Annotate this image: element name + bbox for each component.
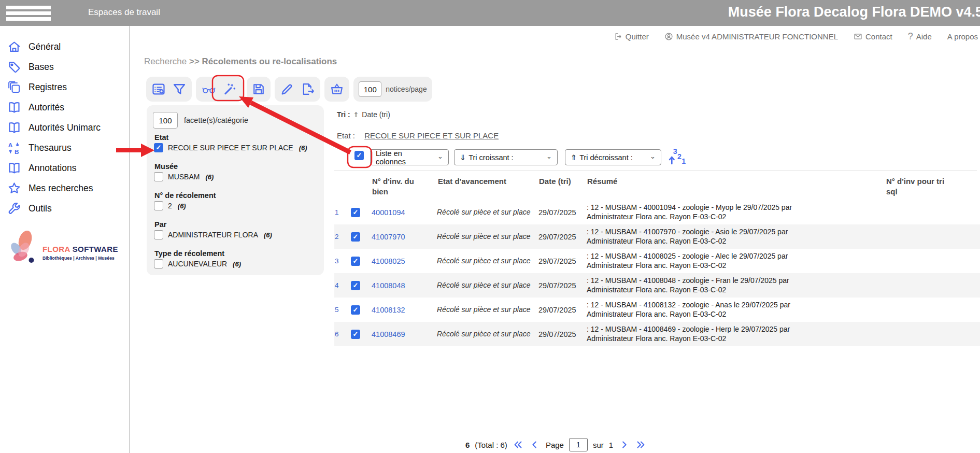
sort-ascending-select[interactable]: ⇓ Tri croissant : ⌄ bbox=[454, 149, 558, 165]
wrench-icon bbox=[7, 202, 21, 216]
sidebar-menu: Général Bases Registres Autorités Autori… bbox=[0, 37, 129, 219]
preview-glasses-button[interactable] bbox=[202, 82, 216, 96]
facet-checkbox-recole[interactable] bbox=[154, 143, 163, 152]
row-number-link[interactable]: 4 bbox=[335, 273, 343, 298]
svg-text:3: 3 bbox=[673, 147, 677, 155]
row-etat: Récolé sur pièce et sur place bbox=[437, 298, 534, 322]
row-resume: : 12 - MUSBAM - 41008025 - zoologie - Al… bbox=[587, 249, 815, 273]
facet-checkbox-musbam[interactable] bbox=[154, 172, 163, 181]
page-size-label: notices/page bbox=[386, 85, 427, 93]
row-number-link[interactable]: 6 bbox=[335, 322, 343, 346]
row-checkbox[interactable] bbox=[351, 257, 360, 266]
magic-wand-button[interactable] bbox=[222, 82, 237, 96]
table-row: 5 41008132 Récolé sur pièce et sur place… bbox=[334, 298, 980, 322]
export-button[interactable] bbox=[301, 82, 315, 96]
table-row: 1 40001094 Récolé sur pièce et sur place… bbox=[334, 200, 980, 224]
sort-up-arrow-icon: ⇑ bbox=[352, 111, 360, 119]
row-resume: : 12 - MUSBAM - 41008048 - zoologie - Fr… bbox=[587, 273, 815, 298]
sidebar-item-autorites[interactable]: Autorités bbox=[0, 97, 129, 118]
result-count: 6 bbox=[465, 441, 470, 449]
toolbar-group-pagesize: notices/page bbox=[353, 77, 432, 102]
brand-name: FLORA SOFTWARE bbox=[42, 245, 118, 253]
sidebar-item-registres[interactable]: Registres bbox=[0, 77, 129, 97]
first-page-icon[interactable] bbox=[513, 439, 524, 450]
facet-option-row: 2 (6) bbox=[154, 201, 186, 210]
facet-count-label: facette(s)/catégorie bbox=[184, 116, 248, 124]
about-link[interactable]: A propos bbox=[947, 32, 978, 41]
page-label: Page bbox=[546, 441, 564, 449]
facet-checkbox-2[interactable] bbox=[154, 201, 163, 210]
svg-text:1: 1 bbox=[681, 157, 686, 165]
last-page-icon[interactable] bbox=[635, 439, 646, 450]
page-size-input[interactable] bbox=[359, 81, 381, 97]
sort-descending-select[interactable]: ⇑ Tri décroissant : ⌄ bbox=[565, 149, 661, 165]
results-panel: Tri : ⇑ Date (tri) Etat : RECOLE SUR PIE… bbox=[332, 105, 980, 453]
sort-alpha-icon: AB bbox=[7, 141, 21, 155]
breadcrumb-separator: >> bbox=[189, 56, 200, 66]
numeric-sort-icon[interactable]: 321 bbox=[667, 147, 687, 167]
total-pages: 1 bbox=[609, 441, 613, 449]
facet-count-input[interactable] bbox=[153, 112, 178, 129]
help-link[interactable]: ? Aide bbox=[908, 31, 932, 42]
row-etat: Récolé sur pièce et sur place bbox=[437, 200, 534, 224]
column-header-inv-sql: N° d'inv pour tri sql bbox=[886, 176, 948, 196]
row-number-link[interactable]: 3 bbox=[335, 249, 343, 273]
sidebar-item-autorites-unimarc[interactable]: Autorités Unimarc bbox=[0, 118, 129, 138]
sidebar-item-outils[interactable]: Outils bbox=[0, 199, 129, 219]
user-account-link[interactable]: Musée v4 ADMINISTRATEUR FONCTIONNEL bbox=[664, 32, 838, 41]
sidebar-item-bases[interactable]: Bases bbox=[0, 57, 129, 77]
facet-checkbox-administrateur[interactable] bbox=[154, 230, 163, 239]
inventory-number-link[interactable]: 41008048 bbox=[372, 273, 429, 298]
user-icon bbox=[664, 32, 673, 41]
row-resume: : 12 - MUSBAM - 41008132 - zoologie - An… bbox=[587, 298, 815, 322]
row-number-link[interactable]: 1 bbox=[335, 200, 343, 224]
filter-button[interactable] bbox=[172, 82, 187, 96]
question-mark-icon: ? bbox=[908, 31, 913, 42]
view-mode-select[interactable]: Liste en colonnes ⌄ bbox=[370, 149, 449, 165]
sidebar: Général Bases Registres Autorités Autori… bbox=[0, 26, 130, 453]
row-checkbox[interactable] bbox=[351, 330, 360, 339]
inventory-number-link[interactable]: 41008025 bbox=[372, 249, 429, 273]
sidebar-item-annotations[interactable]: Annotations bbox=[0, 158, 129, 178]
page-number-input[interactable] bbox=[569, 438, 588, 451]
next-page-icon[interactable] bbox=[618, 439, 630, 450]
row-checkbox[interactable] bbox=[351, 305, 360, 315]
row-checkbox[interactable] bbox=[351, 232, 360, 242]
active-filter-value-link[interactable]: RECOLE SUR PIECE ET SUR PLACE bbox=[364, 131, 499, 140]
top-bar: Espaces de travail Musée Flora Decalog F… bbox=[0, 0, 980, 26]
row-checkbox[interactable] bbox=[351, 281, 360, 290]
inventory-number-link[interactable]: 41008132 bbox=[372, 298, 429, 322]
facet-checkbox-aucunevaleur[interactable] bbox=[154, 259, 163, 268]
row-number-link[interactable]: 5 bbox=[335, 298, 343, 322]
row-etat: Récolé sur pièce et sur place bbox=[437, 224, 534, 249]
list-view-button[interactable] bbox=[151, 82, 166, 96]
column-header-resume: Résumé bbox=[587, 176, 691, 187]
save-button[interactable] bbox=[251, 82, 266, 96]
basket-button[interactable] bbox=[330, 82, 344, 96]
app-title: Musée Flora Decalog Flora DEMO v4.5 bbox=[728, 4, 980, 20]
inventory-number-link[interactable]: 40001094 bbox=[372, 200, 429, 224]
table-row: 2 41007970 Récolé sur pièce et sur place… bbox=[334, 224, 980, 249]
contact-link[interactable]: Contact bbox=[854, 32, 892, 41]
sidebar-item-thesaurus[interactable]: AB Thesaurus bbox=[0, 138, 129, 158]
row-checkbox[interactable] bbox=[351, 208, 360, 217]
svg-text:B: B bbox=[15, 148, 19, 155]
inventory-number-link[interactable]: 41008469 bbox=[372, 322, 429, 346]
facet-group-title-musee: Musée bbox=[154, 162, 178, 171]
hamburger-menu-icon[interactable] bbox=[6, 6, 51, 21]
facet-option-row: MUSBAM (6) bbox=[154, 172, 214, 181]
previous-page-icon[interactable] bbox=[529, 439, 541, 450]
inventory-number-link[interactable]: 41007970 bbox=[372, 224, 429, 249]
brand-tagline: Bibliothèques | Archives | Musées bbox=[42, 256, 118, 261]
sidebar-item-mes-recherches[interactable]: Mes recherches bbox=[0, 178, 129, 199]
sidebar-item-general[interactable]: Général bbox=[0, 37, 129, 57]
quit-link[interactable]: Quitter bbox=[614, 32, 649, 41]
sort-info: Tri : ⇑ Date (tri) bbox=[337, 110, 390, 119]
row-number-link[interactable]: 2 bbox=[335, 224, 343, 249]
select-all-checkbox[interactable] bbox=[354, 151, 364, 160]
edit-pencil-button[interactable] bbox=[280, 82, 294, 96]
facet-option-row: AUCUNEVALEUR (6) bbox=[154, 259, 241, 268]
facet-panel: facette(s)/catégorie Etat RECOLE SUR PIE… bbox=[147, 105, 324, 275]
chevron-down-icon: ⌄ bbox=[541, 152, 552, 160]
workspace-label[interactable]: Espaces de travail bbox=[88, 7, 160, 18]
